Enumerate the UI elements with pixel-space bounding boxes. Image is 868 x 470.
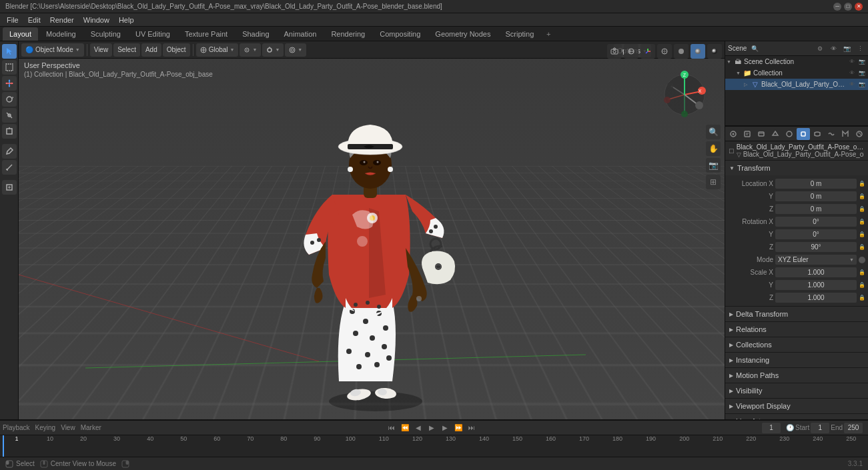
obj-camera-icon[interactable]: 📷 (857, 80, 867, 89)
end-frame-input[interactable] (844, 423, 863, 433)
camera-icon-btn[interactable] (607, 44, 622, 59)
location-y-value[interactable]: 0 m (775, 191, 857, 201)
scale-z-value[interactable]: 1.000 (775, 293, 857, 303)
view-label[interactable]: View (61, 424, 75, 431)
scale-z-lock[interactable]: 🔒 (859, 295, 865, 301)
props-tab-uv[interactable] (839, 128, 852, 140)
motion-paths-header[interactable]: ▶ Motion Paths (725, 368, 868, 383)
rotation-x-lock[interactable]: 🔒 (859, 219, 865, 225)
overlay-icon-btn[interactable] (624, 44, 638, 59)
location-x-lock[interactable]: 🔒 (859, 181, 865, 187)
add-workspace-button[interactable]: + (542, 27, 555, 41)
viewport-shading-render[interactable] (707, 44, 722, 59)
outliner-hide-icon[interactable]: 👁 (828, 43, 839, 54)
snap-btn[interactable]: ▼ (262, 43, 284, 57)
props-tab-render[interactable] (727, 128, 740, 140)
marker-label[interactable]: Marker (81, 424, 101, 431)
object-name-field[interactable]: Black_Old_Lady_Party_Outfit_A-Pose_obj_b… (737, 143, 864, 151)
outliner-render-icon[interactable]: 📷 (841, 43, 852, 54)
rotation-z-lock[interactable]: 🔒 (859, 244, 865, 250)
tab-rendering[interactable]: Rendering (324, 27, 372, 41)
coll-eye-icon[interactable]: 👁 (847, 69, 857, 78)
delta-transform-header[interactable]: ▶ Delta Transform (725, 307, 868, 321)
pivot-point-btn[interactable]: ▼ (240, 43, 261, 57)
outliner-more-icon[interactable]: ⋮ (855, 43, 865, 54)
jump-back-btn[interactable]: ◀ (412, 422, 424, 434)
scale-x-lock[interactable]: 🔒 (859, 269, 865, 275)
all-scenes-icon[interactable]: ⊞ (706, 175, 721, 189)
tab-compositing[interactable]: Compositing (373, 27, 427, 41)
transform-section-header[interactable]: ▼ Transform (725, 161, 868, 175)
transform-tool[interactable] (2, 124, 17, 139)
outliner-item-collection[interactable]: ▼ 📁 Collection 👁 📷 (725, 67, 868, 79)
playback-label[interactable]: Playback (3, 424, 30, 431)
location-z-lock[interactable]: 🔒 (859, 206, 865, 212)
rotation-mode-dropdown[interactable]: XYZ Euler ▼ (775, 255, 857, 265)
prev-keyframe-btn[interactable]: ⏪ (399, 422, 411, 434)
props-tab-object[interactable] (797, 128, 810, 140)
rotation-y-value[interactable]: 0° (775, 229, 857, 239)
viewport-display-header[interactable]: ▶ Viewport Display (725, 399, 868, 413)
properties-scroll[interactable]: □ Black_Old_Lady_Party_Outfit_A-Pose_obj… (725, 141, 868, 419)
rotation-z-value[interactable]: 90° (775, 242, 857, 252)
view-menu-btn[interactable]: View (90, 43, 113, 57)
coll-camera-icon[interactable]: 📷 (857, 69, 867, 78)
scale-y-value[interactable]: 1.000 (775, 280, 857, 290)
minimize-button[interactable]: ─ (833, 3, 841, 11)
jump-to-start-btn[interactable]: ⏮ (386, 422, 398, 434)
timeline-ruler[interactable]: 1 10 20 30 40 50 60 70 80 90 100 110 120… (0, 435, 868, 457)
props-tab-output[interactable] (741, 128, 754, 140)
tab-layout[interactable]: Layout (3, 27, 38, 41)
tab-uv-editing[interactable]: UV Editing (129, 27, 177, 41)
scale-x-value[interactable]: 1.000 (775, 267, 857, 277)
instancing-header[interactable]: ▶ Instancing (725, 353, 868, 367)
tab-texture-paint[interactable]: Texture Paint (178, 27, 234, 41)
navigation-gizmo[interactable]: X Z (658, 68, 711, 121)
viewport-shading-material[interactable] (691, 44, 705, 59)
location-y-lock[interactable]: 🔒 (859, 193, 865, 199)
outliner-search-icon[interactable]: 🔍 (749, 43, 760, 54)
menu-window[interactable]: Window (79, 15, 113, 25)
mesh-name-text[interactable]: Black_Old_Lady_Party_Outfit_A-Pose_obj_b… (743, 151, 864, 158)
object-menu-btn[interactable]: Object (163, 43, 190, 57)
hand-tool-icon[interactable]: ✋ (706, 141, 721, 156)
location-x-value[interactable]: 0 m (775, 179, 857, 189)
jump-forward-btn[interactable]: ▶ (439, 422, 451, 434)
collections-header[interactable]: ▶ Collections (725, 337, 868, 352)
outliner-filter-icon[interactable]: ⚙ (815, 43, 825, 54)
rotate-tool[interactable] (2, 92, 17, 107)
tab-scripting[interactable]: Scripting (498, 27, 540, 41)
location-z-value[interactable]: 0 m (775, 204, 857, 214)
menu-render[interactable]: Render (46, 15, 78, 25)
rotation-x-value[interactable]: 0° (775, 217, 857, 227)
zoom-in-icon[interactable]: 🔍 (706, 125, 721, 139)
viewport-shading-solid[interactable] (674, 44, 689, 59)
maximize-button[interactable]: □ (844, 3, 852, 11)
mode-dropdown[interactable]: 🔵 Object Mode ▼ (21, 43, 84, 57)
menu-edit[interactable]: Edit (24, 15, 45, 25)
tab-geometry-nodes[interactable]: Geometry Nodes (428, 27, 497, 41)
props-tab-material[interactable] (853, 128, 866, 140)
relations-header[interactable]: ▶ Relations (725, 322, 868, 337)
viewport-shading-wire[interactable] (657, 44, 672, 59)
scale-y-lock[interactable]: 🔒 (859, 282, 865, 288)
props-tab-scene[interactable] (769, 128, 782, 140)
scene-eye-icon[interactable]: 👁 (847, 57, 857, 67)
keying-label[interactable]: Keying (35, 424, 56, 431)
3d-viewport[interactable]: 🔵 Object Mode ▼ View Select Add Object G… (19, 41, 725, 419)
outliner-item-scene-collection[interactable]: ▼ 🏔 Scene Collection 👁 📷 (725, 56, 868, 67)
timeline-body[interactable]: 1 10 20 30 40 50 60 70 80 90 100 110 120… (0, 435, 868, 457)
move-tool[interactable] (2, 76, 17, 91)
props-tab-world[interactable] (783, 128, 796, 140)
outliner-body[interactable]: ▼ 🏔 Scene Collection 👁 📷 ▼ 📁 Collection (725, 56, 868, 125)
gizmo-icon-btn[interactable] (640, 44, 655, 59)
transform-orientation[interactable]: Global ▼ (196, 43, 239, 57)
add-object-tool[interactable] (2, 180, 17, 195)
next-keyframe-btn[interactable]: ⏩ (452, 422, 464, 434)
props-tab-view[interactable] (755, 128, 768, 140)
visibility-header[interactable]: ▶ Visibility (725, 383, 868, 398)
select-menu-btn[interactable]: Select (113, 43, 140, 57)
measure-tool[interactable] (2, 160, 17, 175)
tab-shading[interactable]: Shading (236, 27, 276, 41)
tab-modeling[interactable]: Modeling (39, 27, 83, 41)
